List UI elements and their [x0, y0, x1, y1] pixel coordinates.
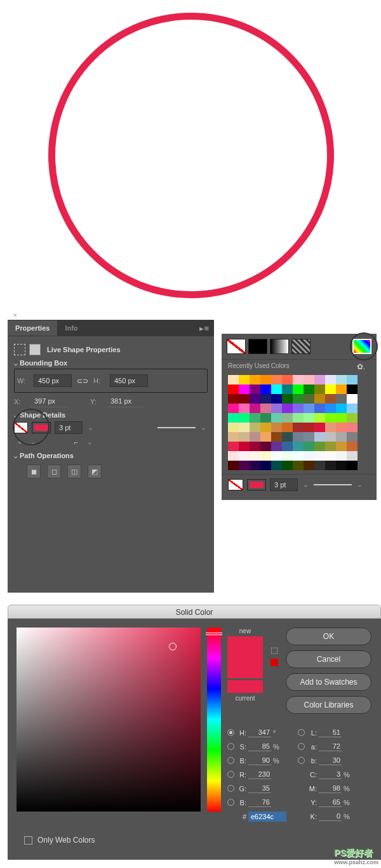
chevron-down-icon-2[interactable]: ⌵: [356, 482, 364, 488]
color-swatch[interactable]: [336, 375, 347, 385]
color-swatch[interactable]: [325, 432, 336, 442]
color-swatch[interactable]: [304, 442, 314, 451]
color-swatch[interactable]: [250, 394, 260, 404]
intersect-icon[interactable]: ◫: [67, 464, 81, 478]
color-swatch[interactable]: [336, 461, 347, 470]
color-swatch[interactable]: [293, 385, 304, 394]
color-swatch[interactable]: [250, 451, 260, 461]
color-swatch[interactable]: [325, 385, 336, 394]
solid-color-swatch[interactable]: [248, 339, 267, 354]
color-swatch[interactable]: [336, 432, 347, 442]
color-swatch[interactable]: [325, 394, 336, 404]
tab-info[interactable]: Info: [57, 320, 85, 336]
color-swatch[interactable]: [228, 394, 239, 404]
color-swatch[interactable]: [314, 385, 325, 394]
color-swatch[interactable]: [228, 423, 239, 432]
color-swatch[interactable]: [271, 442, 282, 451]
stroke-swatch[interactable]: [32, 422, 51, 433]
color-swatch[interactable]: [250, 413, 260, 423]
color-swatch[interactable]: [304, 404, 314, 413]
color-swatch[interactable]: [271, 451, 282, 461]
gear-icon[interactable]: ✿.: [357, 362, 370, 371]
color-swatch[interactable]: [282, 394, 293, 404]
color-swatch[interactable]: [314, 375, 325, 385]
y-input[interactable]: [107, 395, 145, 407]
color-swatch[interactable]: [239, 385, 250, 394]
color-swatch[interactable]: [304, 375, 314, 385]
shape-type-icon[interactable]: [14, 344, 25, 355]
color-swatch[interactable]: [347, 432, 358, 442]
tab-properties[interactable]: Properties: [8, 320, 57, 336]
align-dropdown-icon[interactable]: ⌵: [29, 440, 37, 445]
color-swatch[interactable]: [239, 404, 250, 413]
color-swatch[interactable]: [293, 394, 304, 404]
color-swatch[interactable]: [282, 385, 293, 394]
stroke-type-preview-2[interactable]: [314, 484, 352, 485]
color-swatch[interactable]: [282, 423, 293, 432]
color-swatch[interactable]: [260, 394, 271, 404]
color-swatch[interactable]: [347, 451, 358, 461]
color-swatch[interactable]: [293, 404, 304, 413]
color-swatch[interactable]: [314, 413, 325, 423]
color-swatch[interactable]: [304, 385, 314, 394]
color-swatch[interactable]: [271, 423, 282, 432]
color-swatch[interactable]: [314, 461, 325, 470]
color-swatch[interactable]: [271, 375, 282, 385]
color-swatch[interactable]: [271, 432, 282, 442]
color-swatch[interactable]: [239, 423, 250, 432]
color-swatch[interactable]: [314, 404, 325, 413]
color-swatch[interactable]: [347, 413, 358, 423]
color-swatch[interactable]: [347, 442, 358, 451]
color-swatch[interactable]: [271, 413, 282, 423]
color-swatch[interactable]: [239, 413, 250, 423]
subtract-icon[interactable]: ◻: [47, 464, 61, 478]
bounding-box-section[interactable]: ⌵Bounding Box: [14, 359, 208, 367]
color-swatch[interactable]: [260, 461, 271, 470]
shape-details-section[interactable]: ⌵Shape Details: [14, 411, 208, 419]
color-swatch[interactable]: [260, 442, 271, 451]
color-swatch[interactable]: [304, 423, 314, 432]
stroke-weight-dropdown-icon[interactable]: ⌵: [86, 425, 95, 431]
corner-icon[interactable]: ⌐: [70, 437, 82, 448]
chevron-down-icon[interactable]: ⌵: [302, 482, 310, 488]
color-swatch[interactable]: [260, 385, 271, 394]
color-swatch[interactable]: [260, 432, 271, 442]
color-swatch[interactable]: [293, 413, 304, 423]
color-swatch[interactable]: [228, 451, 239, 461]
color-swatch[interactable]: [250, 404, 260, 413]
color-swatch[interactable]: [347, 404, 358, 413]
path-ops-section[interactable]: ⌵Path Operations: [14, 452, 208, 459]
stroke-type-dropdown-icon[interactable]: ⌵: [199, 425, 208, 431]
color-swatch[interactable]: [239, 432, 250, 442]
color-swatch[interactable]: [325, 413, 336, 423]
color-swatch[interactable]: [293, 461, 304, 470]
color-swatch[interactable]: [347, 461, 358, 470]
color-swatch[interactable]: [293, 423, 304, 432]
color-swatch[interactable]: [260, 375, 271, 385]
color-swatch[interactable]: [260, 423, 271, 432]
corner-dropdown-icon[interactable]: ⌵: [86, 440, 94, 445]
color-swatch[interactable]: [304, 451, 314, 461]
stroke-align-icon[interactable]: ▫: [14, 437, 25, 448]
color-swatch[interactable]: [325, 451, 336, 461]
color-swatch[interactable]: [239, 442, 250, 451]
link-wh-icon[interactable]: ⊂⊃: [76, 375, 90, 386]
pattern-swatch[interactable]: [291, 339, 311, 354]
color-swatch[interactable]: [336, 451, 347, 461]
color-swatch[interactable]: [314, 394, 325, 404]
color-swatch[interactable]: [271, 394, 282, 404]
color-swatch[interactable]: [239, 375, 250, 385]
color-swatch[interactable]: [282, 413, 293, 423]
color-swatch[interactable]: [260, 413, 271, 423]
color-swatch[interactable]: [260, 451, 271, 461]
color-swatch[interactable]: [282, 451, 293, 461]
color-swatch[interactable]: [282, 404, 293, 413]
color-swatch[interactable]: [314, 423, 325, 432]
color-swatch[interactable]: [228, 404, 239, 413]
color-swatch[interactable]: [250, 423, 260, 432]
color-swatch[interactable]: [314, 432, 325, 442]
stroke-type-preview[interactable]: [157, 427, 196, 428]
color-swatch[interactable]: [325, 375, 336, 385]
color-swatch[interactable]: [325, 442, 336, 451]
color-swatch[interactable]: [304, 432, 314, 442]
